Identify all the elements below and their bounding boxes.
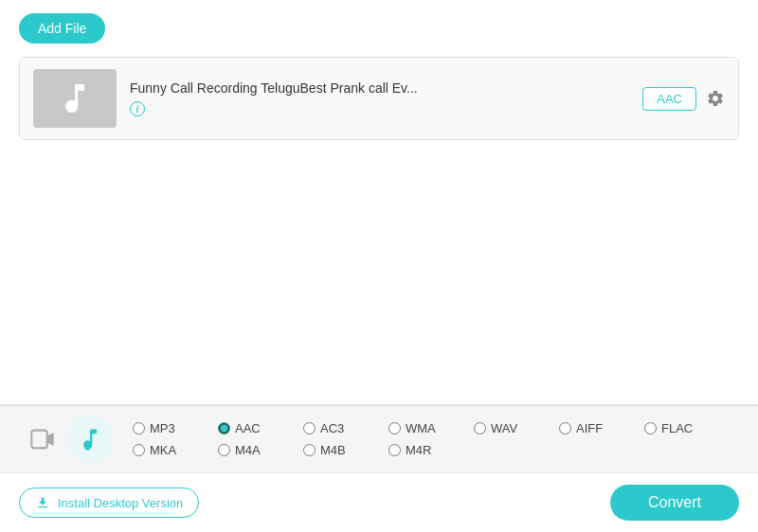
format-radio-aac[interactable]: [218, 422, 230, 434]
download-icon: [35, 495, 50, 510]
file-item: Funny Call Recording TeluguBest Prank ca…: [20, 58, 738, 139]
video-type-button[interactable]: [19, 416, 66, 463]
convert-button[interactable]: Convert: [610, 485, 739, 521]
format-option-mp3[interactable]: MP3: [133, 421, 199, 435]
gear-icon: [706, 89, 725, 108]
format-bar: MP3 AAC AC3 WMA WAV: [0, 405, 758, 472]
format-radio-wav[interactable]: [474, 422, 486, 434]
format-radio-wma[interactable]: [388, 422, 401, 434]
format-option-m4b[interactable]: M4B: [303, 443, 370, 457]
format-radio-m4r[interactable]: [388, 444, 401, 456]
format-option-aac[interactable]: AAC: [218, 421, 284, 435]
info-icon[interactable]: i: [130, 101, 145, 116]
format-option-flac[interactable]: FLAC: [644, 421, 711, 435]
format-radio-m4a[interactable]: [218, 444, 230, 456]
format-radio-m4b[interactable]: [303, 444, 316, 456]
format-option-m4a[interactable]: M4A: [218, 443, 284, 457]
format-option-mka[interactable]: MKA: [133, 443, 199, 457]
settings-button[interactable]: [706, 89, 725, 108]
file-thumbnail: [33, 69, 117, 128]
format-badge[interactable]: AAC: [642, 87, 696, 111]
format-option-m4r[interactable]: M4R: [388, 443, 455, 457]
format-row-1: MP3 AAC AC3 WMA WAV: [133, 421, 739, 435]
main-area: [0, 140, 758, 396]
add-file-button[interactable]: Add File: [19, 13, 105, 44]
format-type-icons: [19, 416, 114, 463]
format-option-aiff[interactable]: AIFF: [559, 421, 625, 435]
format-options: MP3 AAC AC3 WMA WAV: [133, 421, 739, 457]
format-radio-ac3[interactable]: [303, 422, 316, 434]
audio-type-button[interactable]: [66, 416, 114, 463]
file-info: Funny Call Recording TeluguBest Prank ca…: [117, 80, 642, 117]
music-note-icon: [56, 80, 94, 117]
bottom-panel: MP3 AAC AC3 WMA WAV: [0, 404, 758, 532]
install-desktop-button[interactable]: Install Desktop Version: [19, 488, 199, 518]
header: Add File: [0, 0, 758, 57]
file-actions: AAC: [642, 87, 725, 111]
svg-rect-0: [31, 431, 46, 449]
format-option-ac3[interactable]: AC3: [303, 421, 370, 435]
format-radio-aiff[interactable]: [559, 422, 571, 434]
audio-icon: [77, 426, 103, 452]
video-icon: [29, 426, 56, 452]
format-row-2: MKA M4A M4B M4R: [133, 443, 739, 457]
format-option-wma[interactable]: WMA: [388, 421, 455, 435]
format-radio-flac[interactable]: [644, 422, 657, 434]
format-option-wav[interactable]: WAV: [474, 421, 540, 435]
format-radio-mka[interactable]: [133, 444, 145, 456]
format-radio-mp3[interactable]: [133, 422, 145, 434]
file-name: Funny Call Recording TeluguBest Prank ca…: [130, 80, 629, 96]
file-list: Funny Call Recording TeluguBest Prank ca…: [19, 57, 739, 140]
footer-bar: Install Desktop Version Convert: [0, 472, 758, 532]
